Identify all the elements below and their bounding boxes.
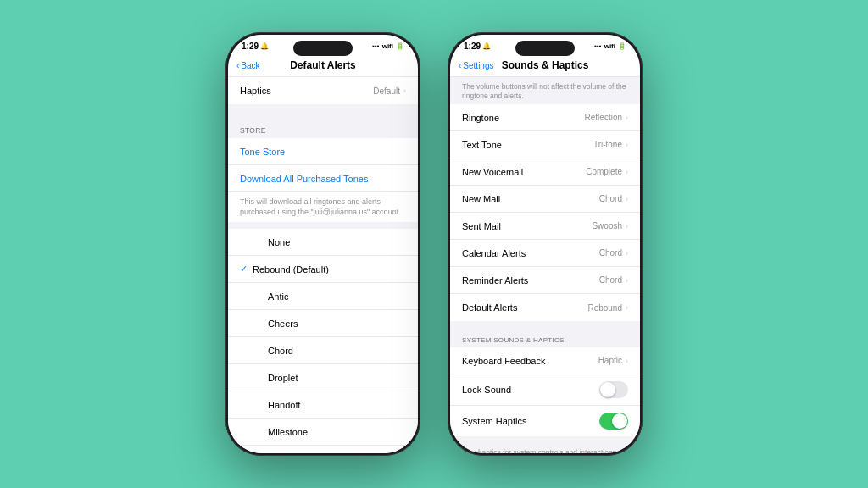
phone-default-alerts: 1:29 🔔 ▪▪▪ wifi 🔋 ‹ Back Default Alerts … (225, 32, 420, 456)
signal-icon-2: ▪▪▪ (594, 42, 602, 50)
page-title-2: Sounds & Haptics (502, 59, 589, 71)
separator (228, 111, 418, 118)
reminder-alerts-row[interactable]: Reminder Alerts Chord › (450, 267, 640, 294)
ringtone-row[interactable]: Ringtone Reflection › (450, 104, 640, 131)
phone-sounds-haptics: 1:29 🔔 ▪▪▪ wifi 🔋 ‹ Settings Sounds & Ha… (448, 32, 643, 456)
keyboard-feedback-row[interactable]: Keyboard Feedback Haptic › (450, 347, 640, 374)
tone-antic[interactable]: ✓ Antic (228, 283, 418, 310)
default-alerts-row[interactable]: Default Alerts Rebound › (450, 294, 640, 321)
sound-rows-group: Ringtone Reflection › Text Tone Tri-tone… (450, 104, 640, 321)
bell-icon: 🔔 (260, 42, 269, 50)
tone-cheers[interactable]: ✓ Cheers (228, 310, 418, 337)
content-1: Haptics Default › STORE Tone Store Downl… (228, 77, 418, 453)
back-button-1[interactable]: ‹ Back (236, 61, 260, 70)
tone-chord[interactable]: ✓ Chord (228, 337, 418, 364)
chevron-icon: › (626, 222, 628, 230)
battery-icon: 🔋 (396, 42, 404, 50)
tone-droplet[interactable]: ✓ Droplet (228, 364, 418, 391)
chevron-icon: › (626, 114, 628, 122)
tone-none[interactable]: ✓ None (228, 229, 418, 256)
wifi-icon: wifi (382, 42, 393, 50)
dynamic-island-2 (515, 41, 575, 56)
lock-sound-toggle[interactable] (599, 381, 628, 398)
lock-sound-row[interactable]: Lock Sound (450, 374, 640, 406)
back-button-2[interactable]: ‹ Settings (459, 61, 493, 70)
time-1: 1:29 (242, 42, 259, 51)
system-haptics-toggle[interactable] (599, 413, 628, 430)
new-voicemail-row[interactable]: New Voicemail Complete › (450, 158, 640, 186)
sent-mail-row[interactable]: Sent Mail Swoosh › (450, 213, 640, 240)
page-title-1: Default Alerts (290, 59, 356, 71)
chevron-icon: › (626, 276, 628, 285)
calendar-alerts-row[interactable]: Calendar Alerts Chord › (450, 240, 640, 267)
back-chevron-2: ‹ (459, 61, 461, 70)
chevron-icon: › (626, 249, 628, 258)
chevron-icon: › (626, 141, 628, 149)
tone-milestone[interactable]: ✓ Milestone (228, 419, 418, 446)
nav-bar-1: ‹ Back Default Alerts (228, 54, 418, 77)
signal-icon: ▪▪▪ (372, 42, 380, 50)
chevron-icon: › (626, 195, 628, 203)
back-chevron-1: ‹ (236, 61, 239, 70)
tones-list: ✓ None ✓ Rebound (Default) ✓ Antic ✓ Che… (228, 229, 418, 453)
nav-bar-2: ‹ Settings Sounds & Haptics (450, 54, 640, 77)
chevron-icon: › (403, 86, 406, 95)
haptics-row[interactable]: Haptics Default › (228, 77, 418, 104)
chevron-icon: › (626, 168, 628, 176)
tone-handoff[interactable]: ✓ Handoff (228, 391, 418, 419)
volume-info: The volume buttons will not affect the v… (450, 77, 640, 104)
download-tones-link[interactable]: Download All Purchased Tones (228, 165, 418, 192)
chevron-icon: › (626, 303, 628, 312)
store-section-header: STORE (228, 118, 418, 138)
system-sounds-header: SYSTEM SOUNDS & HAPTICS (450, 328, 640, 347)
dynamic-island (293, 41, 353, 56)
time-2: 1:29 (464, 42, 481, 51)
bell-icon-2: 🔔 (482, 42, 491, 50)
tone-rebound[interactable]: ✓ Rebound (Default) (228, 256, 418, 283)
text-tone-row[interactable]: Text Tone Tri-tone › (450, 131, 640, 158)
battery-icon-2: 🔋 (618, 42, 626, 50)
new-mail-row[interactable]: New Mail Chord › (450, 186, 640, 213)
system-haptics-info: Play haptics for system controls and int… (450, 443, 640, 453)
tone-note[interactable]: ✓ Note (228, 446, 418, 453)
system-haptics-row[interactable]: System Haptics (450, 406, 640, 436)
chevron-icon: › (626, 357, 628, 365)
wifi-icon-2: wifi (604, 42, 615, 50)
tone-store-link[interactable]: Tone Store (228, 138, 418, 165)
store-group: Tone Store Download All Purchased Tones … (228, 138, 418, 222)
system-sounds-group: Keyboard Feedback Haptic › Lock Sound Sy… (450, 347, 640, 436)
download-info: This will download all ringtones and ale… (228, 192, 418, 222)
content-2: The volume buttons will not affect the v… (450, 77, 640, 453)
